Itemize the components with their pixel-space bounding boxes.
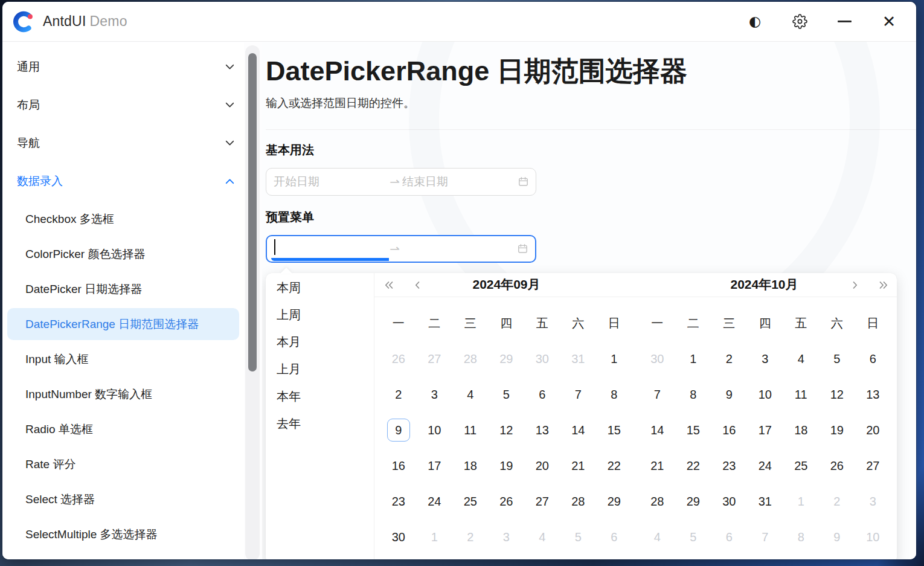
day-cell[interactable]: 28	[640, 484, 676, 519]
next-month-button[interactable]	[852, 273, 858, 297]
day-cell[interactable]: 5	[675, 519, 711, 555]
day-cell[interactable]: 6	[855, 341, 891, 377]
day-cell[interactable]: 4	[783, 341, 820, 377]
sidebar-item[interactable]: SelectMultiple 多选选择器	[7, 518, 239, 550]
day-cell[interactable]: 1	[783, 484, 820, 519]
day-cell[interactable]: 13	[855, 377, 891, 413]
day-cell[interactable]: 9	[711, 377, 748, 413]
sidebar-item[interactable]: InputNumber 数字输入框	[7, 378, 239, 410]
day-cell[interactable]: 24	[417, 484, 453, 519]
next-year-button[interactable]	[879, 273, 888, 297]
day-cell[interactable]: 31	[560, 341, 597, 377]
day-cell[interactable]: 17	[747, 413, 783, 448]
day-cell[interactable]: 31	[747, 484, 783, 519]
sidebar-item[interactable]: Select 选择器	[7, 483, 239, 515]
day-cell[interactable]: 7	[560, 377, 597, 413]
day-cell[interactable]: 11	[783, 377, 820, 413]
day-cell[interactable]: 9	[380, 413, 417, 448]
day-cell[interactable]: 10	[855, 519, 891, 555]
sidebar-item[interactable]: ColorPicker 颜色选择器	[7, 238, 239, 270]
day-cell[interactable]: 2	[711, 341, 748, 377]
day-cell[interactable]: 18	[783, 413, 820, 448]
day-cell[interactable]: 24	[747, 448, 783, 484]
day-cell[interactable]: 17	[417, 448, 453, 484]
day-cell[interactable]: 4	[640, 519, 676, 555]
preset-item[interactable]: 去年	[266, 410, 374, 437]
day-cell[interactable]: 10	[417, 413, 453, 448]
day-cell[interactable]: 26	[380, 341, 417, 377]
day-cell[interactable]: 30	[640, 341, 676, 377]
day-cell[interactable]: 15	[596, 413, 632, 448]
day-cell[interactable]: 8	[783, 519, 820, 555]
prev-month-button[interactable]	[414, 273, 420, 297]
day-cell[interactable]: 27	[524, 484, 560, 519]
theme-toggle-button[interactable]: ◐	[741, 10, 769, 34]
day-cell[interactable]: 8	[596, 377, 632, 413]
preset-item[interactable]: 本周	[266, 274, 374, 301]
day-cell[interactable]: 27	[855, 448, 891, 484]
day-cell[interactable]: 23	[711, 448, 748, 484]
day-cell[interactable]: 12	[489, 413, 525, 448]
day-cell[interactable]: 7	[747, 519, 783, 555]
day-cell[interactable]: 18	[452, 448, 489, 484]
day-cell[interactable]: 1	[417, 519, 453, 555]
scrollbar-thumb[interactable]	[248, 53, 257, 371]
preset-item[interactable]: 本年	[266, 383, 374, 410]
day-cell[interactable]: 2	[452, 519, 489, 555]
day-cell[interactable]: 25	[452, 484, 489, 519]
day-cell[interactable]: 29	[675, 484, 711, 519]
day-cell[interactable]: 30	[380, 519, 417, 555]
preset-item[interactable]: 本月	[266, 329, 374, 356]
sidebar-item[interactable]: Checkbox 多选框	[7, 203, 239, 235]
day-cell[interactable]: 25	[783, 448, 820, 484]
day-cell[interactable]: 29	[489, 341, 525, 377]
close-button[interactable]: ✕	[875, 10, 903, 34]
day-cell[interactable]: 3	[747, 341, 783, 377]
day-cell[interactable]: 19	[489, 448, 525, 484]
day-cell[interactable]: 30	[711, 484, 748, 519]
day-cell[interactable]: 28	[452, 341, 489, 377]
day-cell[interactable]: 5	[819, 341, 855, 377]
day-cell[interactable]: 4	[452, 377, 489, 413]
day-cell[interactable]: 6	[524, 377, 560, 413]
day-cell[interactable]: 13	[524, 413, 560, 448]
sidebar-scrollbar[interactable]	[245, 45, 260, 559]
day-cell[interactable]: 6	[596, 519, 632, 555]
day-cell[interactable]: 16	[380, 448, 417, 484]
sidebar-group-数据录入[interactable]: 数据录入	[2, 162, 244, 200]
preset-item[interactable]: 上周	[266, 301, 374, 329]
day-cell[interactable]: 30	[524, 341, 560, 377]
day-cell[interactable]: 7	[640, 377, 676, 413]
basic-range-picker-input[interactable]: 开始日期 ⇀ 结束日期	[266, 168, 536, 196]
prev-year-button[interactable]	[384, 273, 394, 297]
day-cell[interactable]: 3	[855, 484, 891, 519]
day-cell[interactable]: 21	[640, 448, 676, 484]
settings-button[interactable]	[786, 10, 813, 34]
day-cell[interactable]: 22	[675, 448, 711, 484]
preset-range-picker-input[interactable]: ⇀	[266, 235, 536, 263]
day-cell[interactable]: 21	[560, 448, 597, 484]
sidebar-group-布局[interactable]: 布局	[2, 86, 244, 124]
preset-item[interactable]: 上月	[266, 356, 374, 383]
day-cell[interactable]: 12	[819, 377, 855, 413]
sidebar-item[interactable]: DatePickerRange 日期范围选择器	[7, 308, 239, 340]
day-cell[interactable]: 28	[560, 484, 597, 519]
day-cell[interactable]: 26	[489, 484, 525, 519]
day-cell[interactable]: 11	[452, 413, 489, 448]
day-cell[interactable]: 10	[747, 377, 783, 413]
day-cell[interactable]: 23	[380, 484, 417, 519]
day-cell[interactable]: 15	[675, 413, 711, 448]
day-cell[interactable]: 3	[417, 377, 453, 413]
minimize-button[interactable]	[830, 10, 858, 34]
day-cell[interactable]: 1	[675, 341, 711, 377]
sidebar-item[interactable]: Rate 评分	[7, 448, 239, 480]
day-cell[interactable]: 16	[711, 413, 748, 448]
day-cell[interactable]: 19	[819, 413, 855, 448]
day-cell[interactable]: 6	[711, 519, 748, 555]
day-cell[interactable]: 27	[417, 341, 453, 377]
day-cell[interactable]: 8	[675, 377, 711, 413]
day-cell[interactable]: 5	[560, 519, 597, 555]
day-cell[interactable]: 2	[380, 377, 417, 413]
sidebar-item[interactable]: DatePicker 日期选择器	[7, 273, 239, 305]
sidebar-item[interactable]: Radio 单选框	[7, 413, 239, 445]
